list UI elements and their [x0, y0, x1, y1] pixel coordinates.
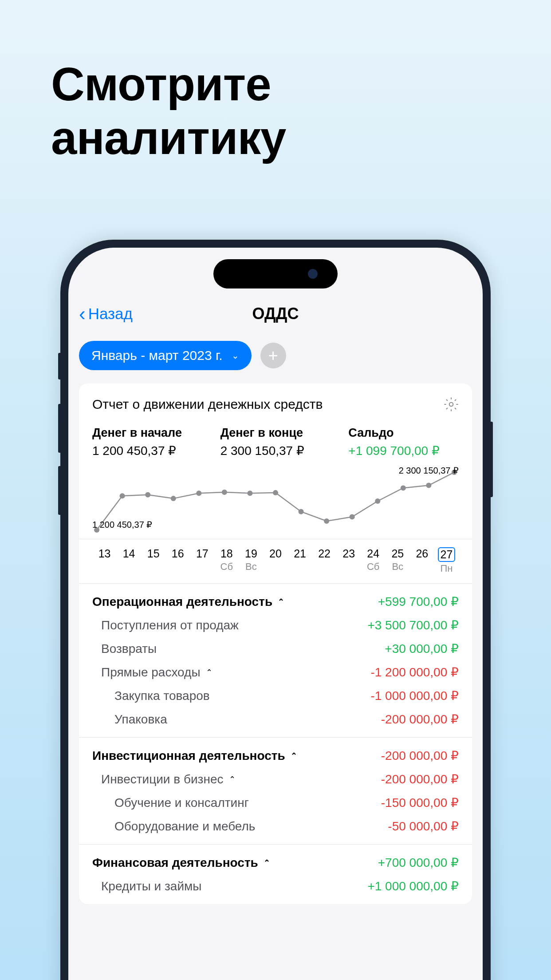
section-operations: Операционная деятельность⌃ +599 700,00 ₽…: [79, 583, 472, 737]
date-item[interactable]: 26: [410, 543, 434, 574]
period-label: Январь - март 2023 г.: [91, 348, 223, 363]
date-item[interactable]: 22: [312, 543, 337, 574]
list-item[interactable]: Упаковка -200 000,00 ₽: [92, 703, 459, 727]
date-item[interactable]: 16: [165, 543, 190, 574]
section-finance-amount: +700 000,00 ₽: [378, 855, 459, 870]
report-card: Отчет о движении денежных средств Денег …: [79, 383, 472, 904]
date-item[interactable]: 13: [92, 543, 117, 574]
chevron-up-icon: ⌃: [278, 597, 284, 607]
marketing-headline: Смотрите аналитику: [0, 0, 551, 165]
back-button[interactable]: ‹ Назад: [79, 303, 133, 325]
svg-point-12: [375, 498, 380, 504]
svg-point-14: [426, 483, 431, 488]
svg-point-11: [350, 514, 355, 519]
date-item[interactable]: 17: [190, 543, 214, 574]
list-item[interactable]: Инвестиции в бизнес⌃ -200 000,00 ₽: [92, 763, 459, 786]
chevron-up-icon: ⌃: [229, 775, 236, 784]
svg-point-2: [120, 493, 125, 498]
date-item[interactable]: 19Вс: [239, 543, 263, 574]
list-item[interactable]: Обучение и консалтинг -150 000,00 ₽: [92, 786, 459, 810]
add-button[interactable]: +: [260, 343, 286, 368]
date-item[interactable]: 25Вс: [386, 543, 410, 574]
svg-point-10: [324, 518, 329, 524]
svg-point-5: [196, 490, 201, 496]
chevron-left-icon: ‹: [79, 303, 86, 325]
date-item[interactable]: 23: [337, 543, 361, 574]
section-operations-amount: +599 700,00 ₽: [378, 594, 459, 609]
navbar: ‹ Назад ОДДС: [68, 296, 483, 336]
list-item[interactable]: Закупка товаров -1 000 000,00 ₽: [92, 680, 459, 703]
date-item[interactable]: 27Пн: [434, 543, 459, 574]
section-finance: Финансовая деятельность⌃ +700 000,00 ₽ К…: [79, 844, 472, 904]
svg-point-6: [222, 490, 227, 495]
cash-flow-chart: 2 300 150,37 ₽ 1 200 450,37 ₽: [92, 468, 459, 534]
section-operations-header[interactable]: Операционная деятельность⌃ +599 700,00 ₽: [92, 594, 459, 609]
summary-row: Денег в начале 1 200 450,37 ₽ Денег в ко…: [79, 423, 472, 468]
chevron-up-icon: ⌃: [206, 668, 213, 677]
svg-point-8: [273, 490, 278, 495]
summary-saldo-value: +1 099 700,00 ₽: [348, 443, 459, 458]
date-axis[interactable]: 131415161718Сб19Вс2021222324Сб25Вс2627Пн: [79, 539, 472, 583]
plus-icon: +: [268, 346, 278, 365]
date-item[interactable]: 18Сб: [214, 543, 239, 574]
list-item[interactable]: Оборудование и мебель -50 000,00 ₽: [92, 810, 459, 834]
svg-point-7: [247, 490, 252, 496]
page-title: ОДДС: [252, 304, 299, 323]
list-item[interactable]: Поступления от продаж +3 500 700,00 ₽: [92, 609, 459, 632]
gear-icon[interactable]: [444, 397, 459, 412]
date-item[interactable]: 15: [141, 543, 165, 574]
section-investments-amount: -200 000,00 ₽: [381, 748, 459, 763]
svg-point-9: [299, 509, 304, 514]
svg-point-13: [401, 485, 406, 490]
summary-start-value: 1 200 450,37 ₽: [92, 443, 203, 458]
section-finance-header[interactable]: Финансовая деятельность⌃ +700 000,00 ₽: [92, 855, 459, 870]
summary-end-label: Денег в конце: [220, 426, 331, 440]
list-item[interactable]: Кредиты и займы +1 000 000,00 ₽: [92, 870, 459, 893]
svg-point-3: [145, 492, 150, 498]
list-item[interactable]: Возвраты +30 000,00 ₽: [92, 632, 459, 656]
list-item[interactable]: Прямые расходы⌃ -1 200 000,00 ₽: [92, 656, 459, 680]
phone-frame: ‹ Назад ОДДС Январь - март 2023 г. ⌄ + О…: [60, 240, 491, 980]
section-investments: Инвестиционная деятельность⌃ -200 000,00…: [79, 737, 472, 844]
date-item[interactable]: 24Сб: [361, 543, 386, 574]
period-selector[interactable]: Январь - март 2023 г. ⌄: [79, 341, 252, 370]
chevron-up-icon: ⌃: [291, 751, 297, 761]
summary-end-value: 2 300 150,37 ₽: [220, 443, 331, 458]
svg-point-4: [171, 496, 176, 501]
chart-start-label: 1 200 450,37 ₽: [92, 519, 152, 530]
chevron-down-icon: ⌄: [232, 350, 239, 361]
svg-point-0: [449, 403, 453, 407]
back-label: Назад: [88, 305, 133, 323]
phone-notch: [213, 259, 338, 288]
chevron-up-icon: ⌃: [264, 858, 270, 868]
date-item[interactable]: 20: [263, 543, 287, 574]
summary-saldo-label: Сальдо: [348, 426, 459, 440]
filter-bar: Январь - март 2023 г. ⌄ +: [68, 336, 483, 383]
summary-start-label: Денег в начале: [92, 426, 203, 440]
section-investments-header[interactable]: Инвестиционная деятельность⌃ -200 000,00…: [92, 748, 459, 763]
date-item[interactable]: 21: [288, 543, 312, 574]
card-title: Отчет о движении денежных средств: [92, 397, 323, 412]
chart-end-label: 2 300 150,37 ₽: [399, 465, 459, 476]
date-item[interactable]: 14: [117, 543, 141, 574]
